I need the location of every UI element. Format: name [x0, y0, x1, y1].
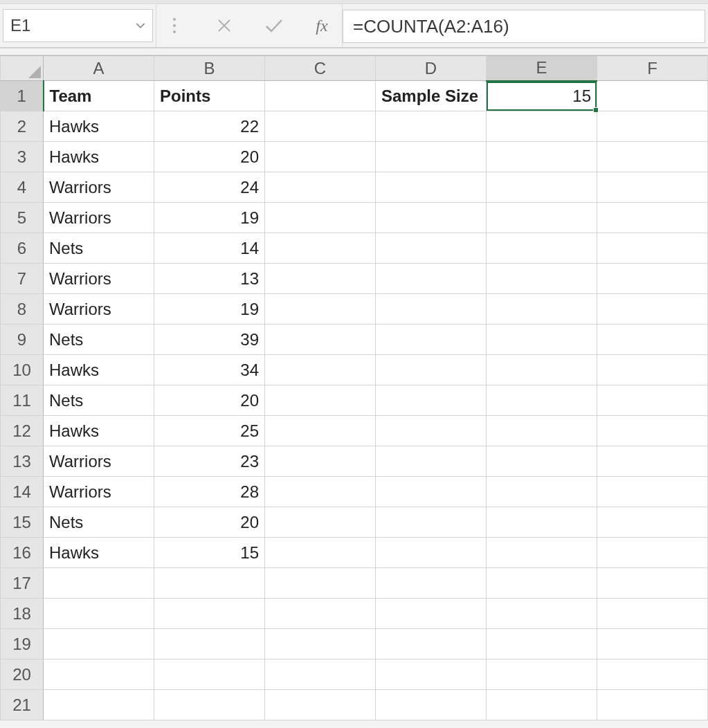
cell-B7[interactable]: 13: [154, 264, 265, 294]
cell-D15[interactable]: [376, 507, 487, 538]
cell-D16[interactable]: [376, 538, 487, 568]
cell-D21[interactable]: [376, 690, 487, 720]
cell-B20[interactable]: [154, 659, 265, 690]
cell-B14[interactable]: 28: [154, 477, 265, 507]
row-header-14[interactable]: 14: [1, 477, 44, 507]
cell-A14[interactable]: Warriors: [44, 477, 154, 507]
cell-D9[interactable]: [376, 325, 487, 355]
row-header-6[interactable]: 6: [1, 233, 44, 264]
row-header-8[interactable]: 8: [1, 294, 44, 325]
cell-A9[interactable]: Nets: [44, 325, 154, 355]
cell-C14[interactable]: [265, 477, 376, 507]
cell-D10[interactable]: [376, 355, 487, 385]
cell-F10[interactable]: [597, 355, 708, 385]
cell-A7[interactable]: Warriors: [44, 264, 154, 294]
cell-B15[interactable]: 20: [154, 507, 265, 538]
cell-D7[interactable]: [376, 264, 487, 294]
cell-B19[interactable]: [154, 629, 265, 659]
cell-E7[interactable]: [487, 264, 597, 294]
cell-E10[interactable]: [487, 355, 597, 385]
cell-D4[interactable]: [376, 172, 487, 203]
cell-F13[interactable]: [597, 446, 708, 477]
cell-E16[interactable]: [487, 538, 597, 568]
cell-A10[interactable]: Hawks: [44, 355, 154, 385]
cell-C19[interactable]: [265, 629, 376, 659]
cell-F16[interactable]: [597, 538, 708, 568]
cell-F1[interactable]: [597, 81, 708, 111]
cell-F7[interactable]: [597, 264, 708, 294]
cell-C1[interactable]: [265, 81, 376, 111]
column-header-B[interactable]: B: [154, 56, 265, 81]
cell-E13[interactable]: [487, 446, 597, 477]
cell-E3[interactable]: [487, 142, 597, 172]
cell-C5[interactable]: [265, 203, 376, 233]
row-header-1[interactable]: 1: [1, 81, 44, 111]
cell-B18[interactable]: [154, 599, 265, 629]
row-header-13[interactable]: 13: [1, 446, 44, 477]
cell-D6[interactable]: [376, 233, 487, 264]
cell-B17[interactable]: [154, 568, 265, 599]
cell-C15[interactable]: [265, 507, 376, 538]
cell-A3[interactable]: Hawks: [44, 142, 154, 172]
column-header-D[interactable]: D: [376, 56, 487, 81]
cell-D1[interactable]: Sample Size: [376, 81, 487, 111]
fill-handle[interactable]: [593, 107, 599, 113]
chevron-down-icon[interactable]: [136, 21, 145, 30]
cell-E15[interactable]: [487, 507, 597, 538]
column-header-A[interactable]: A: [44, 56, 154, 81]
cell-A21[interactable]: [44, 690, 154, 720]
row-header-11[interactable]: 11: [1, 385, 44, 416]
cell-A11[interactable]: Nets: [44, 385, 154, 416]
cell-F4[interactable]: [597, 172, 708, 203]
row-header-16[interactable]: 16: [1, 538, 44, 568]
row-header-10[interactable]: 10: [1, 355, 44, 385]
cell-F8[interactable]: [597, 294, 708, 325]
cell-B13[interactable]: 23: [154, 446, 265, 477]
formula-input[interactable]: =COUNTA(A2:A16): [343, 10, 705, 43]
cell-E4[interactable]: [487, 172, 597, 203]
cell-C2[interactable]: [265, 111, 376, 142]
cell-A12[interactable]: Hawks: [44, 416, 154, 446]
cell-A17[interactable]: [44, 568, 154, 599]
cell-C16[interactable]: [265, 538, 376, 568]
cell-A15[interactable]: Nets: [44, 507, 154, 538]
cell-C13[interactable]: [265, 446, 376, 477]
cell-F15[interactable]: [597, 507, 708, 538]
cell-B6[interactable]: 14: [154, 233, 265, 264]
cell-C20[interactable]: [265, 659, 376, 690]
cell-F9[interactable]: [597, 325, 708, 355]
row-header-17[interactable]: 17: [1, 568, 44, 599]
cell-D8[interactable]: [376, 294, 487, 325]
cell-C11[interactable]: [265, 385, 376, 416]
cell-D18[interactable]: [376, 599, 487, 629]
row-header-3[interactable]: 3: [1, 142, 44, 172]
column-header-F[interactable]: F: [597, 56, 708, 81]
cell-B1[interactable]: Points: [154, 81, 265, 111]
cell-D5[interactable]: [376, 203, 487, 233]
cell-E8[interactable]: [487, 294, 597, 325]
enter-icon[interactable]: [260, 9, 288, 42]
cell-B16[interactable]: 15: [154, 538, 265, 568]
cell-A8[interactable]: Warriors: [44, 294, 154, 325]
cell-A4[interactable]: Warriors: [44, 172, 154, 203]
cell-E9[interactable]: [487, 325, 597, 355]
spreadsheet-grid[interactable]: A B C D E F 1TeamPointsSample Size152Haw…: [0, 55, 708, 720]
cell-C8[interactable]: [265, 294, 376, 325]
cell-E5[interactable]: [487, 203, 597, 233]
cell-A19[interactable]: [44, 629, 154, 659]
cell-E11[interactable]: [487, 385, 597, 416]
cancel-icon[interactable]: [210, 9, 238, 42]
cell-F3[interactable]: [597, 142, 708, 172]
cell-F20[interactable]: [597, 659, 708, 690]
cell-E6[interactable]: [487, 233, 597, 264]
select-all-corner[interactable]: [1, 56, 44, 81]
cell-B3[interactable]: 20: [154, 142, 265, 172]
row-header-12[interactable]: 12: [1, 416, 44, 446]
cell-B5[interactable]: 19: [154, 203, 265, 233]
cell-D13[interactable]: [376, 446, 487, 477]
cell-B12[interactable]: 25: [154, 416, 265, 446]
row-header-15[interactable]: 15: [1, 507, 44, 538]
row-header-9[interactable]: 9: [1, 325, 44, 355]
cell-C3[interactable]: [265, 142, 376, 172]
column-header-E[interactable]: E: [487, 56, 597, 81]
